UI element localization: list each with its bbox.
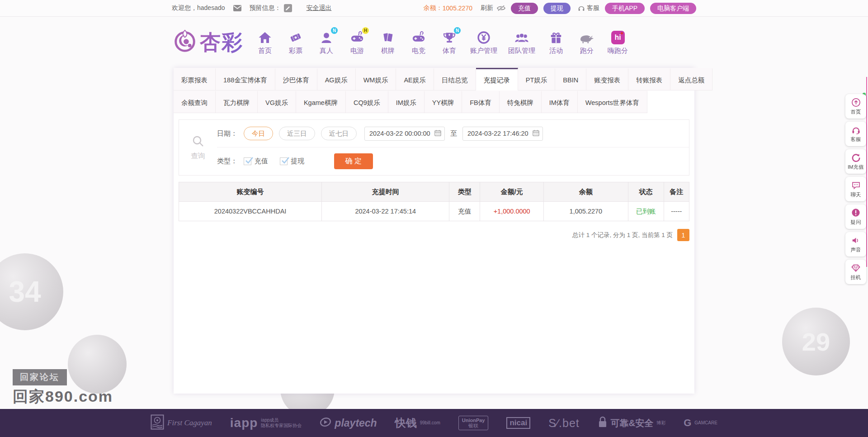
tab-IM体育[interactable]: IM体育: [542, 90, 578, 113]
nav-item-hipaofen[interactable]: hi嗨跑分: [608, 30, 628, 55]
footer-logo-kuaiqian[interactable]: 快钱99bill.com: [395, 416, 440, 430]
table-header-row: 账变编号充提时间类型金额/元余额状态备注: [179, 182, 689, 202]
main-panel: 彩票报表188金宝博体育沙巴体育AG娱乐WM娱乐AE娱乐日结总览充提记录PT娱乐…: [174, 68, 694, 394]
nav-item-live[interactable]: N真人: [316, 30, 336, 55]
quick-range-7days[interactable]: 近七日: [321, 127, 357, 140]
tab-WM娱乐[interactable]: WM娱乐: [356, 68, 396, 90]
nav-item-esports[interactable]: 电竞: [409, 30, 429, 55]
pagination: 总计 1 个记录, 分为 1 页, 当前第 1 页 1: [179, 229, 689, 241]
withdraw-button[interactable]: 提现: [543, 3, 571, 14]
tab-Kgame棋牌[interactable]: Kgame棋牌: [296, 90, 346, 113]
welcome-text: 欢迎您，hadesado: [172, 4, 225, 12]
tab-返点总额[interactable]: 返点总额: [670, 68, 712, 90]
deposit-button[interactable]: 充值: [511, 3, 538, 14]
nav-item-account[interactable]: 账户管理: [470, 30, 497, 55]
tab-余额查询[interactable]: 余额查询: [174, 90, 216, 113]
side-widget-sound[interactable]: 声音: [845, 232, 866, 256]
table-cell: 2024-03-22 17:45:14: [322, 202, 449, 221]
date-to-input[interactable]: 2024-03-22 17:46:20: [462, 127, 543, 141]
decor-ball: 34: [0, 253, 63, 330]
side-widget-top[interactable]: 首页: [845, 94, 866, 119]
side-widget-question[interactable]: 疑问: [845, 204, 866, 229]
site-logo[interactable]: 杏彩: [172, 28, 243, 57]
side-widget-hangup[interactable]: 挂机: [845, 260, 866, 284]
nav-item-label: 真人: [320, 47, 333, 55]
tab-充提记录[interactable]: 充提记录: [476, 68, 518, 90]
tab-AG娱乐[interactable]: AG娱乐: [317, 68, 356, 90]
checkbox-withdraw[interactable]: 提现: [280, 157, 304, 166]
tab-彩票报表[interactable]: 彩票报表: [174, 68, 216, 90]
nav-item-label: 嗨跑分: [608, 47, 628, 55]
logout-link[interactable]: 安全退出: [307, 4, 332, 12]
quick-range-3days[interactable]: 近三日: [279, 127, 315, 140]
side-widget-label: 声音: [851, 246, 861, 253]
mail-icon[interactable]: [233, 5, 241, 11]
site-footer: First Cagayaniappiapp成员隐私权专家国际协会playtech…: [0, 409, 868, 437]
team-icon: [514, 30, 529, 45]
side-widget-chat[interactable]: 聊天: [845, 177, 866, 201]
pc-client-button[interactable]: 电脑客户端: [650, 3, 696, 14]
footer-logo-subtext: iapp成员隐私权专家国际协会: [261, 418, 302, 428]
eye-slash-icon[interactable]: [497, 5, 505, 11]
nav-item-label: 首页: [258, 47, 272, 55]
footer-logo-text: nicai: [506, 417, 530, 429]
tab-VG娱乐[interactable]: VG娱乐: [258, 90, 296, 113]
side-widget-im-recharge[interactable]: IM充值: [845, 149, 866, 174]
nav-item-activity[interactable]: 活动: [546, 30, 566, 55]
cards-icon: [381, 30, 395, 45]
checkbox-deposit-label: 充值: [255, 157, 268, 166]
nav-item-egames[interactable]: H电游: [347, 30, 367, 55]
reserved-info-label: 预留信息：: [250, 4, 281, 12]
confirm-button[interactable]: 确 定: [334, 153, 373, 169]
query-label: 查询: [191, 152, 205, 161]
tab-账变报表[interactable]: 账变报表: [586, 68, 628, 90]
date-from-value: 2024-03-22 00:00:00: [369, 130, 430, 137]
tab-转账报表[interactable]: 转账报表: [628, 68, 670, 90]
mobile-app-button[interactable]: 手机APP: [605, 3, 645, 14]
checkbox-icon: [280, 157, 288, 165]
footer-logo-nicai[interactable]: nicai: [506, 417, 530, 429]
tab-特兔棋牌[interactable]: 特兔棋牌: [500, 90, 542, 113]
footer-logo-sbet[interactable]: S∕.bet: [548, 417, 580, 430]
tab-瓦力棋牌[interactable]: 瓦力棋牌: [216, 90, 258, 113]
edit-icon[interactable]: [284, 4, 292, 12]
nav-item-label: 账户管理: [470, 47, 497, 55]
quick-range-today[interactable]: 今日: [244, 127, 273, 140]
tab-PT娱乐[interactable]: PT娱乐: [518, 68, 556, 90]
checkbox-deposit[interactable]: 充值: [244, 157, 268, 166]
tab-188金宝博体育[interactable]: 188金宝博体育: [216, 68, 275, 90]
footer-logo-playtech[interactable]: playtech: [320, 416, 377, 430]
tab-IM娱乐[interactable]: IM娱乐: [388, 90, 425, 113]
tab-沙巴体育[interactable]: 沙巴体育: [275, 68, 317, 90]
footer-logo-gamcare[interactable]: GGAMCARE: [684, 417, 717, 429]
nav-item-paofen[interactable]: 跑分: [577, 30, 597, 55]
footer-logo-secure[interactable]: 可靠&安全博彩: [598, 416, 665, 430]
nav-item-home[interactable]: 首页: [255, 30, 275, 55]
nav-item-sports[interactable]: N体育: [439, 30, 459, 55]
tabs-row-2: 余额查询瓦力棋牌VG娱乐Kgame棋牌CQ9娱乐IM娱乐YY棋牌FB体育特兔棋牌…: [174, 90, 694, 113]
footer-logo-first-cagayan[interactable]: First Cagayan: [151, 414, 212, 432]
customer-service-link[interactable]: 客服: [578, 4, 599, 12]
nav-item-chess[interactable]: 棋牌: [378, 30, 398, 55]
footer-logo-unionpay[interactable]: UnionPay银联: [458, 416, 489, 430]
footer-logo-iapp[interactable]: iappiapp成员隐私权专家国际协会: [230, 416, 302, 430]
column-header-金额/元: 金额/元: [480, 182, 544, 202]
footer-logo-subline: 博彩: [656, 420, 665, 426]
side-widget-label: IM充值: [848, 163, 863, 171]
tab-CQ9娱乐[interactable]: CQ9娱乐: [346, 90, 388, 113]
tab-BBIN[interactable]: BBIN: [555, 68, 586, 90]
refresh-link[interactable]: 刷新: [481, 4, 493, 12]
nav-item-team[interactable]: 团队管理: [508, 30, 535, 55]
tab-FB体育[interactable]: FB体育: [462, 90, 500, 113]
page-button-1[interactable]: 1: [677, 229, 689, 241]
tab-Wesports世界体育[interactable]: Wesports世界体育: [578, 90, 647, 113]
site-header: 杏彩 首页彩票N真人H电游棋牌电竞N体育账户管理团队管理活动跑分hi嗨跑分: [0, 17, 868, 68]
footer-logo-text: 快钱: [395, 416, 417, 430]
tab-日结总览[interactable]: 日结总览: [434, 68, 476, 90]
tab-YY棋牌[interactable]: YY棋牌: [425, 90, 462, 113]
footer-logo-subtext: GAMCARE: [694, 420, 717, 426]
tab-AE娱乐[interactable]: AE娱乐: [396, 68, 434, 90]
date-from-input[interactable]: 2024-03-22 00:00:00: [364, 127, 445, 141]
nav-item-lottery[interactable]: 彩票: [286, 30, 306, 55]
side-widget-service[interactable]: 客服: [845, 122, 866, 146]
